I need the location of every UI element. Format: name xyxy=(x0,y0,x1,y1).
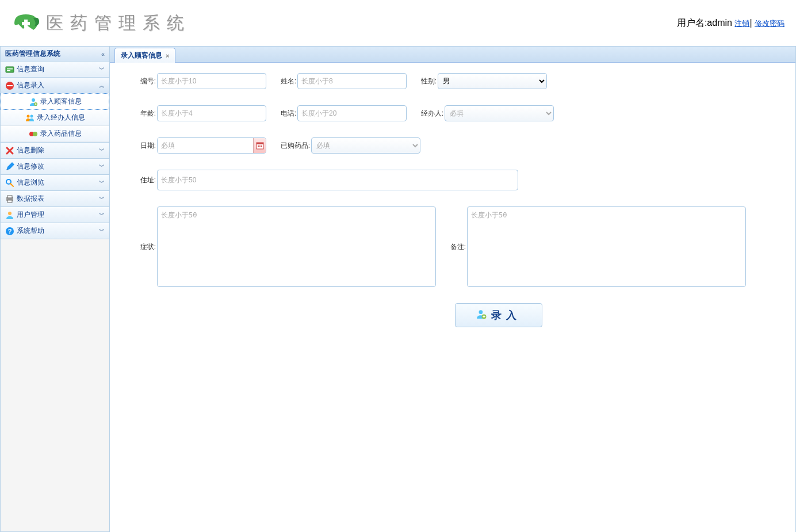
sub-item-agent[interactable]: 录入经办人信息 xyxy=(1,110,109,126)
tab-customer-entry[interactable]: 录入顾客信息 × xyxy=(114,48,175,63)
chevron-up-icon: ︽ xyxy=(99,82,105,90)
svg-rect-0 xyxy=(6,67,14,72)
sidebar-item-user-mgmt[interactable]: 用户管理 ︾ xyxy=(1,207,109,223)
sidebar-item-help[interactable]: ?系统帮助 ︾ xyxy=(1,223,109,239)
sidebar-item-label: 信息录入 xyxy=(17,81,44,90)
svg-rect-22 xyxy=(261,146,262,147)
separator: | xyxy=(749,18,752,28)
name-label: 姓名: xyxy=(278,76,297,86)
symptom-label: 症状: xyxy=(127,242,157,252)
chevron-down-icon: ︾ xyxy=(99,147,105,155)
chevron-down-icon: ︾ xyxy=(99,195,105,203)
svg-rect-19 xyxy=(257,143,263,144)
sidebar-item-label: 信息查询 xyxy=(17,64,44,74)
chevron-down-icon: ︾ xyxy=(99,163,105,171)
tabs-bar: 录入顾客信息 × xyxy=(110,47,795,63)
printer-icon xyxy=(5,194,14,204)
sub-item-customer[interactable]: 录入顾客信息 xyxy=(1,93,109,110)
gender-select[interactable]: 男 xyxy=(438,73,547,89)
agent-label: 经办人: xyxy=(418,109,445,118)
phone-input[interactable] xyxy=(297,105,407,121)
no-entry-icon xyxy=(5,81,14,90)
remark-textarea[interactable] xyxy=(467,206,746,287)
username: admin xyxy=(707,18,732,28)
tab-label: 录入顾客信息 xyxy=(121,51,162,60)
address-input[interactable] xyxy=(157,170,518,190)
date-input[interactable] xyxy=(158,138,253,153)
card-icon xyxy=(5,65,14,74)
age-label: 年龄: xyxy=(127,109,157,118)
name-input[interactable] xyxy=(297,73,407,89)
sub-item-label: 录入药品信息 xyxy=(40,129,82,139)
user-icon xyxy=(29,97,38,106)
sidebar-collapse-icon[interactable]: « xyxy=(101,51,105,58)
svg-point-8 xyxy=(30,114,33,117)
chevron-down-icon: ︾ xyxy=(99,179,105,187)
sub-item-label: 录入经办人信息 xyxy=(37,113,85,123)
content-area: 录入顾客信息 × 编号: 姓名: 性别: 男 xyxy=(110,46,796,532)
sidebar-item-label: 信息修改 xyxy=(17,162,44,171)
sidebar: 医药管理信息系统 « 信息查询 ︾ 信息录入 ︽ 录入顾客信息 xyxy=(0,46,110,532)
sidebar-title: 医药管理信息系统 « xyxy=(1,47,109,62)
svg-text:?: ? xyxy=(8,228,12,235)
phone-label: 电话: xyxy=(278,109,297,118)
chevron-down-icon: ︾ xyxy=(99,211,105,219)
svg-point-10 xyxy=(33,132,37,136)
purchased-select[interactable]: 必填 xyxy=(311,137,420,154)
pencil-icon xyxy=(5,162,14,171)
address-label: 住址: xyxy=(127,175,157,185)
app-title: 医药管理系统 xyxy=(46,12,191,35)
sidebar-item-label: 用户管理 xyxy=(17,210,44,220)
id-input[interactable] xyxy=(157,73,266,89)
calendar-icon[interactable] xyxy=(253,138,266,153)
user-mgmt-icon xyxy=(5,210,14,220)
symptom-textarea[interactable] xyxy=(157,206,436,287)
remark-label: 备注: xyxy=(447,242,467,252)
gender-label: 性别: xyxy=(418,76,438,86)
chevron-down-icon: ︾ xyxy=(99,66,105,74)
svg-rect-1 xyxy=(7,68,13,70)
svg-rect-20 xyxy=(258,146,259,147)
close-icon[interactable]: × xyxy=(166,52,169,59)
user-area: 用户名:admin 注销| 修改密码 xyxy=(677,17,784,29)
user-add-icon xyxy=(476,309,487,322)
svg-rect-13 xyxy=(7,196,12,198)
agent-select[interactable]: 必填 xyxy=(445,105,554,121)
sidebar-item-browse[interactable]: 信息浏览 ︾ xyxy=(1,175,109,190)
logo-icon xyxy=(12,12,40,35)
user-prefix: 用户名: xyxy=(677,18,707,28)
search-icon xyxy=(5,178,14,187)
submit-button[interactable]: 录入 xyxy=(455,303,542,327)
sidebar-item-label: 系统帮助 xyxy=(17,226,44,236)
sidebar-item-label: 信息浏览 xyxy=(17,178,44,187)
sidebar-item-label: 信息删除 xyxy=(17,146,44,155)
change-password-link[interactable]: 修改密码 xyxy=(755,19,784,28)
purchased-label: 已购药品: xyxy=(278,141,311,151)
logout-link[interactable]: 注销 xyxy=(734,19,749,28)
date-label: 日期: xyxy=(127,141,157,151)
sidebar-item-label: 数据报表 xyxy=(17,194,44,204)
sidebar-item-entry[interactable]: 信息录入 ︽ xyxy=(1,78,109,93)
header: 医药管理系统 用户名:admin 注销| 修改密码 xyxy=(0,0,796,46)
age-input[interactable] xyxy=(157,105,266,121)
svg-rect-2 xyxy=(7,70,10,71)
users-icon xyxy=(25,113,35,123)
sidebar-item-report[interactable]: 数据报表 ︾ xyxy=(1,191,109,206)
sub-item-medicine[interactable]: 录入药品信息 xyxy=(1,126,109,142)
svg-rect-14 xyxy=(7,200,12,202)
chevron-down-icon: ︾ xyxy=(99,227,105,235)
delete-icon xyxy=(5,146,14,155)
sidebar-item-edit[interactable]: 信息修改 ︾ xyxy=(1,159,109,174)
sub-item-label: 录入顾客信息 xyxy=(40,97,82,106)
sidebar-item-delete[interactable]: 信息删除 ︾ xyxy=(1,143,109,158)
svg-point-23 xyxy=(479,310,483,314)
svg-point-7 xyxy=(26,114,29,117)
sidebar-item-query[interactable]: 信息查询 ︾ xyxy=(1,62,109,77)
help-icon: ? xyxy=(5,227,14,236)
sidebar-title-text: 医药管理信息系统 xyxy=(5,49,60,59)
svg-point-5 xyxy=(32,98,35,102)
pill-icon xyxy=(29,129,38,139)
svg-rect-21 xyxy=(259,146,261,147)
svg-point-15 xyxy=(8,212,12,215)
id-label: 编号: xyxy=(127,76,157,86)
